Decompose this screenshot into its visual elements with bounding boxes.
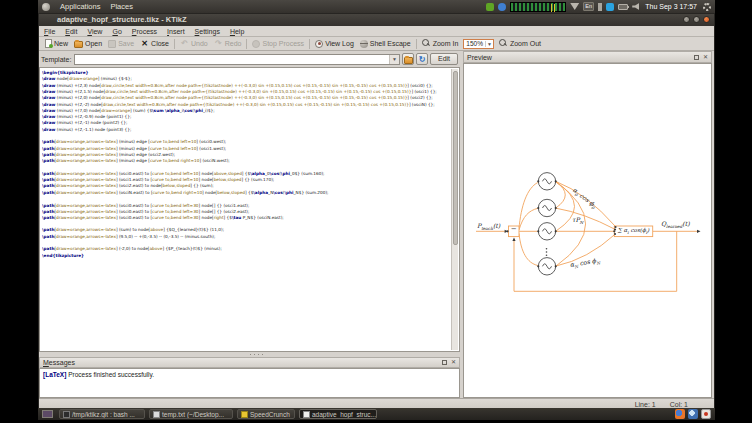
menu-edit[interactable]: Edit (60, 26, 82, 37)
code-editor[interactable]: \begin{tikzpicture}\draw node[draw=orang… (39, 67, 460, 352)
gnome-panel: Applications Places EnThu Sep 3 17:57 (38, 0, 715, 13)
preview-column: Preview ✕ (463, 51, 714, 398)
horizontal-splitter[interactable] (39, 352, 460, 357)
shell-escape-button[interactable]: Shell Escape (357, 39, 414, 49)
taskbar-item[interactable]: /tmp/ktikz.git : bash ... (59, 409, 145, 419)
toolbar-separator (246, 39, 247, 49)
redo-button: ↷Redo (211, 38, 245, 49)
zoom-in-icon (422, 39, 431, 48)
diagram-svg (464, 64, 712, 398)
float-dock-icon[interactable] (442, 360, 447, 365)
close-file-icon: ✕ (140, 39, 149, 48)
close-dock-icon[interactable]: ✕ (703, 55, 708, 60)
preview-title: Preview (467, 54, 492, 61)
taskbar-item-label: adaptive_hopf_struc... (312, 411, 376, 418)
taskbar-item[interactable]: temp.txt (~/Desktop... (149, 409, 233, 419)
status-line: Line: 1 (635, 401, 656, 408)
zoom-in-button-label: Zoom In (433, 40, 459, 47)
skype-icon[interactable] (606, 3, 614, 11)
battery-icon[interactable] (618, 4, 628, 10)
applications-menu[interactable]: Applications (55, 0, 105, 13)
update-notifier-icon[interactable] (486, 3, 494, 11)
distributor-logo-icon[interactable] (42, 3, 50, 11)
toolbar-separator (309, 39, 310, 49)
taskbar-item-label: SpeedCrunch (250, 411, 290, 418)
save-button: Save (105, 39, 137, 49)
close-button-label: Close (151, 40, 169, 47)
text-file-icon (153, 411, 160, 418)
template-browse-button[interactable] (402, 53, 414, 65)
view-log-icon (315, 40, 323, 48)
sum-node-label: ∑ αi cos(ϕi) (614, 227, 653, 235)
menu-view[interactable]: View (82, 26, 107, 37)
network-app-icon[interactable] (688, 409, 698, 419)
message-text: Process finished successfully. (66, 371, 154, 378)
new-button[interactable]: New (42, 38, 71, 49)
view-log-button-label: View Log (325, 40, 354, 47)
close-dock-icon[interactable]: ✕ (451, 360, 456, 365)
close-button[interactable]: ✕Close (137, 38, 172, 49)
menu-file[interactable]: File (39, 26, 60, 37)
view-log-button[interactable]: View Log (312, 39, 357, 49)
open-button[interactable]: Open (71, 38, 105, 49)
float-dock-icon[interactable] (694, 55, 699, 60)
minus-node-label: − (509, 225, 520, 233)
taskbar-item-label: temp.txt (~/Desktop... (162, 411, 224, 418)
speedcrunch-icon (241, 411, 248, 418)
wifi-icon[interactable] (570, 3, 579, 10)
template-reload-button[interactable]: ↻ (416, 53, 428, 65)
ktikz-window: adaptive_hopf_structure.tikz - KTikZ Fil… (38, 13, 715, 408)
media-app-icon[interactable] (701, 409, 711, 419)
chevron-down-icon[interactable]: ▼ (389, 55, 399, 64)
maximize-button[interactable] (693, 16, 700, 23)
terminal-icon (63, 411, 70, 418)
new-button-label: New (54, 40, 68, 47)
zoom-level-value: 150% (466, 40, 483, 47)
template-row: Template: ▼ ↻ Edit (39, 51, 460, 67)
stop-process-button-label: Stop Process (262, 40, 304, 47)
taskbar-item[interactable]: SpeedCrunch (237, 409, 295, 419)
p-teach-label: Pteach(t) (477, 222, 500, 231)
places-menu[interactable]: Places (105, 0, 138, 13)
template-edit-button[interactable]: Edit (430, 53, 458, 65)
minimize-button[interactable] (683, 16, 690, 23)
messages-panel: [LaTeX] Process finished successfully. (39, 368, 460, 398)
menu-process[interactable]: Process (127, 26, 162, 37)
shell-escape-icon (360, 40, 368, 48)
firefox-icon[interactable] (675, 409, 685, 419)
desktop-screen: Applications Places EnThu Sep 3 17:57 ad… (38, 0, 715, 423)
q-learned-label: Qlearned(t) (661, 220, 690, 229)
preview-dock-header[interactable]: Preview ✕ (463, 51, 712, 63)
session-gear-icon[interactable] (703, 3, 711, 11)
zoom-in-button[interactable]: Zoom In (419, 38, 462, 49)
zoom-out-button[interactable]: Zoom Out (496, 38, 544, 49)
bluetooth-icon[interactable] (598, 3, 602, 11)
template-combobox[interactable]: ▼ (74, 54, 400, 65)
menu-insert[interactable]: Insert (162, 26, 190, 37)
menubar: FileEditViewGoProcessInsertSettingsHelp (39, 26, 714, 37)
preview-canvas: Pteach(t) Qlearned(t) − ∑ αi cos(ϕi) α0 … (463, 63, 712, 398)
volume-icon[interactable] (632, 3, 639, 10)
menu-go[interactable]: Go (107, 26, 126, 37)
keyboard-layout-indicator[interactable]: En (583, 2, 594, 11)
close-window-button[interactable] (703, 16, 710, 23)
zoom-level-combobox[interactable]: 150% ▼ (463, 39, 494, 49)
menu-help[interactable]: Help (225, 26, 249, 37)
stop-process-button: Stop Process (249, 39, 307, 49)
system-monitor-applet[interactable] (510, 2, 566, 12)
clock[interactable]: Thu Sep 3 17:57 (643, 3, 699, 10)
taskbar-item[interactable]: adaptive_hopf_struc... (299, 409, 377, 419)
software-center-icon[interactable] (498, 3, 506, 11)
workspace-switcher[interactable] (42, 410, 53, 418)
messages-dock-header[interactable]: Messages ✕ (39, 357, 460, 368)
connection-dots (506, 180, 616, 267)
toolbar-separator (416, 39, 417, 49)
dots-vertical-icon (546, 248, 548, 256)
undo-icon: ↶ (180, 39, 189, 48)
menu-settings[interactable]: Settings (190, 26, 225, 37)
chevron-down-icon[interactable]: ▼ (485, 41, 492, 47)
editor-vertical-scrollbar[interactable] (451, 69, 458, 350)
message-tag: [LaTeX] (43, 371, 66, 378)
toolbar: NewOpenSave✕Close↶Undo↷RedoStop ProcessV… (39, 37, 714, 51)
window-titlebar[interactable]: adaptive_hopf_structure.tikz - KTikZ (39, 14, 714, 26)
